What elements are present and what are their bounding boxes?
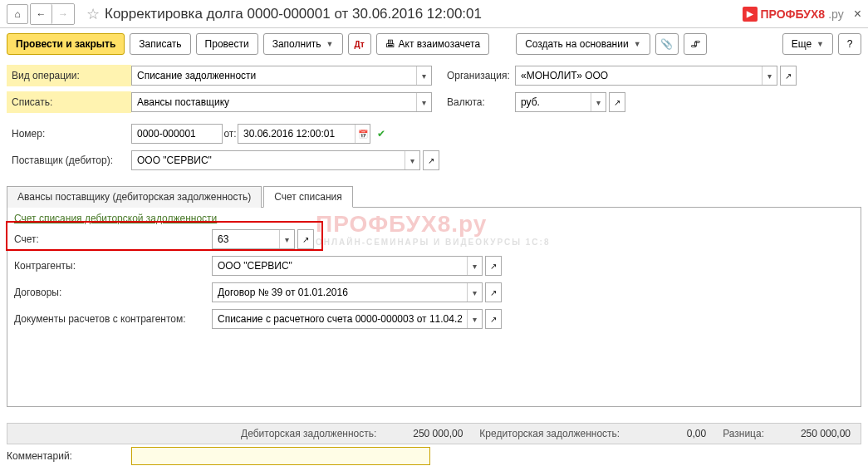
- toolbar: Провести и закрыть Записать Провести Зап…: [0, 28, 868, 61]
- tab-content: Счет списания дебиторской задолженности …: [7, 208, 861, 407]
- tab-writeoff-account[interactable]: Счет списания: [263, 186, 353, 208]
- attach-button[interactable]: 📎: [655, 33, 679, 55]
- status-bar: Дебиторская задолженность: 250 000,00 Кр…: [7, 423, 861, 444]
- page-title: Корректировка долга 0000-000001 от 30.06…: [105, 6, 743, 22]
- create-based-button[interactable]: Создать на основании▼: [516, 33, 650, 55]
- offset-label: Акт взаимозачета: [399, 38, 481, 50]
- logo: ▶ ПРОФБУХ8.ру: [743, 7, 844, 22]
- dropdown-icon[interactable]: ▾: [762, 66, 777, 85]
- status-posted-icon: ✔: [377, 128, 385, 140]
- cred-label: Кредиторская задолженность:: [479, 428, 620, 439]
- writeoff-label: Списать:: [7, 91, 131, 113]
- fill-label: Заполнить: [272, 38, 321, 50]
- home-button[interactable]: ⌂: [7, 4, 28, 24]
- currency-field[interactable]: [516, 95, 591, 110]
- date-field[interactable]: [238, 126, 355, 141]
- logo-text: ПРОФБУХ8: [761, 7, 826, 21]
- offset-act-button[interactable]: 🖶Акт взаимозачета: [376, 33, 490, 55]
- printer-icon: 🖶: [385, 38, 395, 50]
- back-button[interactable]: ←: [31, 4, 52, 24]
- open-external-icon[interactable]: ↗: [485, 256, 502, 276]
- comment-label: Комментарий:: [7, 450, 131, 462]
- op-type-field[interactable]: [132, 68, 416, 83]
- number-label: Номер:: [7, 128, 131, 140]
- post-button[interactable]: Провести: [196, 33, 258, 55]
- dropdown-icon[interactable]: ▾: [591, 93, 606, 111]
- more-label: Еще: [792, 38, 812, 50]
- counterparty-label: Контрагенты:: [14, 260, 212, 272]
- open-external-icon[interactable]: ↗: [609, 92, 625, 112]
- tab-advances[interactable]: Авансы поставщику (дебиторская задолженн…: [7, 186, 262, 208]
- highlight-annotation: [6, 221, 323, 251]
- dropdown-icon[interactable]: ▾: [416, 93, 431, 111]
- org-field[interactable]: [516, 68, 762, 83]
- dropdown-icon[interactable]: ▾: [405, 151, 419, 169]
- close-icon[interactable]: ×: [854, 7, 861, 22]
- tab-bar: Авансы поставщику (дебиторская задолженн…: [7, 185, 861, 208]
- settlement-docs-label: Документы расчетов с контрагентом:: [14, 313, 212, 325]
- more-button[interactable]: Еще▼: [782, 33, 833, 55]
- open-external-icon[interactable]: ↗: [423, 150, 439, 170]
- deb-value: 250 000,00: [396, 428, 463, 439]
- comment-row: Комментарий:: [7, 446, 430, 466]
- contract-field[interactable]: [213, 285, 467, 300]
- chevron-down-icon: ▼: [634, 40, 641, 48]
- dropdown-icon[interactable]: ▾: [467, 257, 482, 275]
- date-label: от:: [223, 128, 238, 140]
- clip-button[interactable]: 🖇: [684, 33, 707, 55]
- help-button[interactable]: ?: [838, 33, 861, 55]
- chevron-down-icon: ▼: [326, 40, 334, 48]
- forward-button[interactable]: →: [52, 4, 74, 24]
- cred-value: 0,00: [640, 428, 706, 439]
- post-and-close-button[interactable]: Провести и закрыть: [7, 33, 125, 55]
- calendar-icon[interactable]: 📅: [355, 125, 370, 143]
- dropdown-icon[interactable]: ▾: [467, 283, 482, 302]
- open-external-icon[interactable]: ↗: [485, 282, 502, 302]
- logo-icon: ▶: [743, 7, 758, 22]
- counterparty-field[interactable]: [213, 258, 467, 273]
- org-label: Организация:: [447, 70, 515, 81]
- create-based-label: Создать на основании: [525, 38, 629, 50]
- supplier-field[interactable]: [132, 153, 405, 168]
- dt-kt-button[interactable]: Дт: [348, 33, 371, 55]
- supplier-label: Поставщик (дебитор):: [7, 155, 131, 166]
- dropdown-icon[interactable]: ▾: [416, 66, 431, 85]
- fill-button[interactable]: Заполнить▼: [263, 33, 343, 55]
- diff-value: 250 000,00: [784, 428, 851, 439]
- dropdown-icon[interactable]: ▾: [467, 310, 482, 328]
- writeoff-field[interactable]: [132, 95, 416, 110]
- chevron-down-icon: ▼: [817, 40, 824, 48]
- titlebar: ⌂ ← → ☆ Корректировка долга 0000-000001 …: [0, 0, 868, 28]
- save-button[interactable]: Записать: [130, 33, 190, 55]
- op-type-label: Вид операции:: [7, 65, 131, 86]
- form-area: Вид операции: ▾ Организация: ▾ ↗ Списать…: [0, 61, 868, 179]
- comment-field[interactable]: [131, 447, 430, 465]
- logo-suffix: .ру: [828, 7, 844, 21]
- open-external-icon[interactable]: ↗: [485, 309, 502, 329]
- deb-label: Дебиторская задолженность:: [241, 428, 376, 439]
- open-external-icon[interactable]: ↗: [780, 66, 797, 86]
- favorite-star-icon[interactable]: ☆: [86, 5, 100, 23]
- number-field[interactable]: [132, 126, 222, 141]
- currency-label: Валюта:: [447, 96, 515, 108]
- diff-label: Разница:: [723, 428, 764, 439]
- contract-label: Договоры:: [14, 287, 212, 298]
- settlement-docs-field[interactable]: [213, 311, 467, 326]
